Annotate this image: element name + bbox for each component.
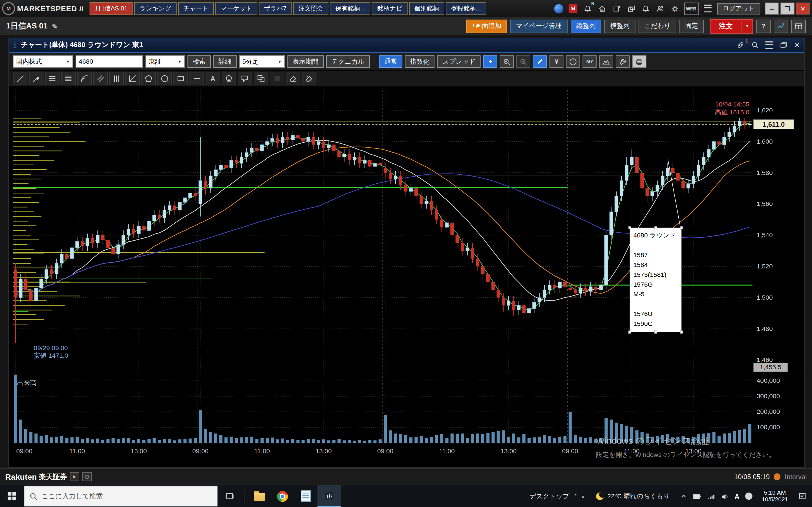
horizontal-lines-3-tool-icon[interactable] — [45, 72, 59, 86]
resize-handle[interactable] — [654, 226, 657, 229]
help-button[interactable]: ? — [756, 19, 770, 33]
layout-window-button[interactable] — [792, 19, 806, 33]
print-button[interactable] — [632, 55, 647, 68]
chart-window-titlebar[interactable]: ⣿ チャート(単体) 4680 ラウンドワン 東1 1 ✕ — [9, 38, 804, 53]
eraser-tool-icon[interactable] — [286, 72, 300, 86]
notepad-icon[interactable] — [294, 485, 317, 507]
minimize-button[interactable]: – — [765, 3, 779, 14]
tab-order-inquiry[interactable]: 注文照会 — [293, 2, 328, 15]
search-button[interactable]: 検索 — [188, 55, 211, 68]
horizontal-lines-4-tool-icon[interactable] — [61, 72, 75, 86]
tray-chevron-up-icon[interactable] — [680, 493, 688, 499]
symbol-code-input[interactable] — [75, 55, 143, 68]
chrome-icon[interactable] — [271, 485, 294, 507]
action-center-icon[interactable] — [794, 492, 812, 501]
order-button[interactable]: 注文 — [710, 19, 742, 33]
text-tool-icon[interactable]: A — [206, 72, 220, 86]
mode-indexed-button[interactable]: 指数化 — [405, 55, 435, 68]
resize-handle[interactable] — [628, 331, 631, 334]
settings-wrench-button[interactable] — [616, 55, 630, 68]
tab-ranking[interactable]: ランキング — [135, 2, 177, 15]
gear-icon[interactable] — [669, 3, 680, 14]
zoom-out-icon[interactable] — [516, 55, 530, 68]
fill-box-tool-icon[interactable] — [270, 72, 284, 86]
maximize-button[interactable]: ❐ — [780, 3, 795, 14]
logout-button[interactable]: ログアウト — [717, 3, 760, 14]
drag-grip-icon[interactable]: ⣿ — [13, 42, 17, 48]
layers-copy-tool-icon[interactable] — [254, 72, 268, 86]
my-chart-button[interactable]: MY — [583, 55, 597, 68]
order-dropdown-arrow[interactable]: ▼ — [742, 19, 753, 33]
exchange-select[interactable]: 東証▼ — [146, 55, 185, 68]
kodawari-button[interactable]: こだわり — [638, 19, 676, 33]
eraser-all-tool-icon[interactable] — [302, 72, 316, 86]
edit-pencil-icon[interactable]: ✎ — [52, 22, 58, 30]
statusbar-window-button[interactable]: ▢ — [82, 472, 92, 481]
zoom-in-icon[interactable] — [500, 55, 514, 68]
tab-registered-stocks[interactable]: 登録銘柄... — [446, 2, 486, 15]
msii-app-icon[interactable] — [553, 3, 564, 14]
pencil-line-tool-icon[interactable] — [29, 72, 43, 86]
tab-market[interactable]: マーケット — [215, 2, 257, 15]
window-close-icon[interactable]: ✕ — [794, 41, 800, 49]
resize-handle[interactable] — [628, 226, 631, 229]
file-explorer-icon[interactable] — [248, 485, 271, 507]
battery-icon[interactable] — [693, 493, 702, 499]
ime-circle-icon[interactable] — [745, 493, 753, 500]
arrange-vertical-button[interactable]: 縦整列 — [571, 19, 601, 33]
chart-area[interactable]: 1,6201,6001,5801,5601,5401,5201,5001,480… — [9, 87, 804, 467]
window-menu-icon[interactable] — [765, 41, 773, 49]
search-magnifier-icon[interactable] — [751, 41, 759, 49]
technical-button[interactable]: テクニカル — [326, 55, 370, 68]
window-add-icon[interactable] — [611, 3, 622, 14]
speaker-icon[interactable] — [721, 493, 729, 499]
display-period-button[interactable]: 表示期間 — [287, 55, 324, 68]
web-icon[interactable]: WEB — [684, 2, 698, 15]
mountain-chart-button[interactable] — [599, 55, 613, 68]
start-button[interactable] — [0, 485, 24, 507]
rectangle-tool-icon[interactable] — [173, 72, 188, 86]
window-restore-icon[interactable] — [779, 41, 788, 49]
draw-pencil-button[interactable] — [533, 55, 547, 68]
bell-n-icon[interactable]: N — [582, 3, 593, 14]
arrange-horizontal-button[interactable]: 横整列 — [605, 19, 635, 33]
detail-button[interactable]: 詳細 — [213, 55, 237, 68]
windows-cascade-icon[interactable] — [626, 3, 637, 14]
tab-holdings[interactable]: 保有銘柄... — [330, 2, 370, 15]
ime-mode-a-icon[interactable]: A — [734, 492, 739, 500]
link-icon[interactable]: 1 — [737, 41, 745, 49]
gann-angle-tool-icon[interactable] — [125, 72, 140, 86]
statusbar-expand-button[interactable]: ▶ — [70, 472, 79, 481]
yen-display-button[interactable]: ¥ — [550, 55, 564, 68]
news-icon[interactable] — [568, 3, 578, 14]
tab-zaraba[interactable]: ザラバ7 — [259, 2, 292, 15]
marketspeed-taskbar-icon[interactable] — [317, 485, 341, 507]
market-select[interactable]: 国内株式▼ — [13, 55, 73, 68]
mode-normal-button[interactable]: 通常 — [379, 55, 402, 68]
mode-spread-button[interactable]: スプレッド — [437, 55, 481, 68]
home-icon[interactable] — [597, 3, 607, 14]
vertical-lines-tool-icon[interactable] — [109, 72, 124, 86]
horizontal-segment-tool-icon[interactable] — [190, 72, 204, 86]
channel-tool-icon[interactable] — [93, 72, 108, 86]
chart-canvas[interactable]: 1,6201,6001,5801,5601,5401,5201,5001,480… — [9, 87, 804, 467]
bell-icon[interactable] — [640, 3, 651, 14]
people-icon[interactable] — [655, 3, 665, 14]
tab-individual-stock[interactable]: 個別銘柄 — [409, 2, 444, 15]
menu-icon[interactable] — [703, 3, 713, 14]
icon-stamp-tool-icon[interactable] — [221, 72, 236, 86]
taskbar-clock[interactable]: 5:19 AM 10/5/2021 — [756, 489, 794, 503]
callout-tool-icon[interactable] — [238, 72, 252, 86]
task-view-button[interactable] — [217, 485, 241, 507]
tab-chart[interactable]: チャート — [178, 2, 214, 15]
chart-annotation-tooltip[interactable]: 4680 ラウンド 1587 1584 1573(1581) 1576G M-5… — [629, 228, 681, 332]
circle-tool-icon[interactable] — [157, 72, 172, 86]
trend-line-tool-icon[interactable] — [13, 72, 28, 86]
resize-handle[interactable] — [680, 226, 683, 229]
tab-1nichi-shin-as[interactable]: 1日信AS 01 — [90, 2, 133, 15]
pentagon-tool-icon[interactable] — [141, 72, 156, 86]
tab-stock-navi[interactable]: 銘柄ナビ — [372, 2, 407, 15]
pin-fixed-button[interactable]: 固定 — [679, 19, 704, 33]
close-button[interactable]: ✕ — [796, 3, 810, 14]
fib-arc-tool-icon[interactable] — [77, 72, 92, 86]
